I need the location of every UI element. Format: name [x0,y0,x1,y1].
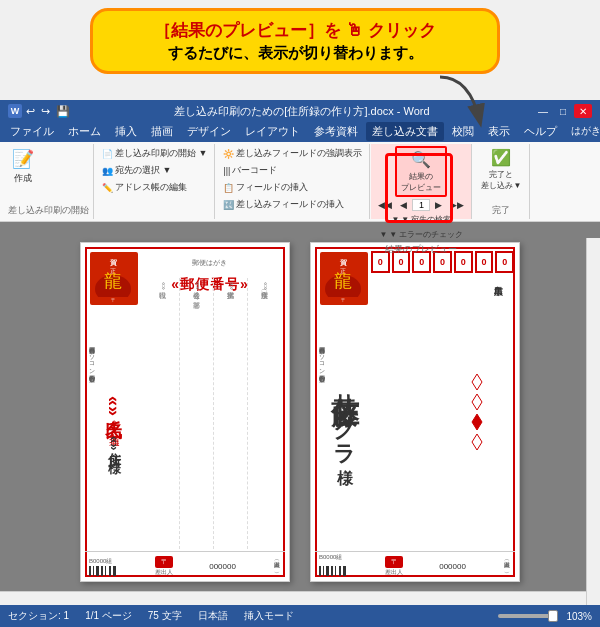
status-section: セクション: 1 [8,609,69,623]
menu-draw[interactable]: 描画 [145,122,179,141]
menu-insert[interactable]: 挿入 [109,122,143,141]
tooltip-icon: 🖱 [346,21,368,40]
menu-home[interactable]: ホーム [62,122,107,141]
horizontal-scrollbar[interactable] [0,591,586,605]
title-undo-icon[interactable]: ↩ [26,105,35,118]
status-zoom: 103% [566,611,592,622]
svg-marker-22 [472,374,482,390]
svg-rect-26 [319,566,321,576]
svg-rect-12 [105,566,106,576]
sender-text-left: 三重県四日市〇パソコン〇教室〇〇〇四日市 [84,343,98,549]
tooltip-prefix: ［結果のプレビュー］を [154,21,341,40]
title-redo-icon[interactable]: ↪ [41,105,50,118]
svg-rect-11 [101,566,103,576]
svg-rect-10 [96,566,99,576]
ribbon-group-create: 📝 作成 差し込み印刷の開始 [4,144,94,219]
svg-rect-31 [339,566,341,576]
svg-marker-23 [472,394,482,410]
tooltip-suffix: クリック [368,21,436,40]
title-bar: W ↩ ↪ 💾 差し込み印刷のための[住所録の作り方].docx - Word … [0,100,600,122]
edit-addr-button[interactable]: ✏️アドレス帳の編集 [99,180,190,195]
kana-field-left: «連名» [107,420,122,432]
ribbon-group-preview: 🔍 結果のプレビュー ◀◀ ◀ ▶ ▶▶ ▼▼ 宛先の検索 ▼▼ エラーのチェッ… [371,144,472,219]
addr-col-title: «役職» [146,278,179,549]
create-button[interactable]: 📝 作成 [8,146,38,187]
record-number-input[interactable] [412,199,430,211]
zoom-slider[interactable] [498,614,558,618]
menu-postcard[interactable]: はがき宛名印刷 [565,122,600,140]
svg-rect-14 [113,566,116,576]
status-words: 75 文字 [148,609,182,623]
svg-rect-28 [326,566,329,576]
vertical-scrollbar[interactable] [586,238,600,605]
status-bar: セクション: 1 1/1 ページ 75 文字 日本語 挿入モード 103% [0,605,600,627]
find-dest-button[interactable]: ▼▼ 宛先の検索 [388,213,454,226]
arrow-to-preview [430,72,490,132]
title-doc-name: 差し込み印刷のための[住所録の作り方].docx - Word [174,104,429,119]
svg-rect-29 [331,566,333,576]
preview-label: 結果のプレビュー [401,171,441,193]
check-errors-button[interactable]: ▼▼ エラーのチェック [376,228,466,241]
address-col-right: 広島県広島市 [487,275,509,549]
post-logo-right: 〒 [385,556,403,568]
svg-rect-9 [93,566,94,576]
highlight-field-button[interactable]: 🔆差し込みフィールドの強調表示 [220,146,365,161]
ribbon-group-finish: ✅ 完了と差し込み▼ 完了 [473,144,530,219]
close-button[interactable]: ✕ [574,104,592,118]
tooltip-bubble: ［結果のプレビュー］を 🖱 クリック するたびに、表示が切り替わります。 [90,8,500,74]
svg-text:龍: 龍 [104,271,122,291]
finish-group-label: 完了 [477,204,525,217]
prev-record-button[interactable]: ◀◀ [375,199,395,211]
preview-group-label: 結果のプレビュー [375,243,467,256]
ribbon-group-fields: 🔆差し込みフィールドの強調表示 |||バーコード 📋フィールドの挿入 🔣差し込み… [216,144,370,219]
svg-text:賀: 賀 [339,259,347,267]
barcode-button[interactable]: |||バーコード [220,163,280,178]
insert-field-button[interactable]: 📋フィールドの挿入 [220,180,311,195]
svg-rect-13 [109,566,111,576]
name-field-left: «氏名» [102,396,126,416]
start-merge-button[interactable]: 📄差し込み印刷の開始 ▼ [99,146,210,161]
menu-bar: ファイル ホーム 挿入 描画 デザイン レイアウト 参考資料 差し込み文書 校閲… [0,120,600,142]
zip-box-6: 0 [495,251,514,273]
document-area: 賀 正 龍 〒 郵便はがき «郵便番号» [0,222,600,605]
menu-help[interactable]: ヘルプ [518,122,563,141]
menu-layout[interactable]: レイアウト [239,122,306,141]
num-right: 000000 [439,562,466,571]
create-label: 作成 [14,172,32,185]
barcode-svg-left [89,566,119,576]
finish-button[interactable]: ✅ 完了と差し込み▼ [477,146,525,193]
preview-results-button[interactable]: 🔍 結果のプレビュー [395,146,447,197]
svg-marker-25 [472,434,482,450]
next-record-button[interactable]: ▶▶ [447,199,467,211]
zip-box-5: 0 [475,251,494,273]
barcode-svg-right [319,566,349,576]
word-app-icon: W [8,104,22,118]
menu-file[interactable]: ファイル [4,122,60,141]
addr-col-addr2: «拂拭文字» [213,278,247,549]
zip-text-left: 郵便はがき [192,258,227,268]
status-pages: 1/1 ページ [85,609,132,623]
ribbon-group-start: 📄差し込み印刷の開始 ▼ 👥宛先の選択 ▼ ✏️アドレス帳の編集 [95,144,215,219]
restore-button[interactable]: □ [554,104,572,118]
sender-area-left: B0000組 〒 [85,551,285,581]
diamonds-right [469,278,484,546]
insert-merge-field-button[interactable]: 🔣差し込みフィールドの挿入 [220,197,347,212]
name-kana-right: サクラ [329,378,359,453]
svg-rect-27 [323,566,324,576]
post-logo-left: 〒 [155,556,173,568]
prev-button[interactable]: ◀ [397,199,410,211]
title-save-icon[interactable]: 💾 [56,105,70,118]
select-dest-button[interactable]: 👥宛先の選択 ▼ [99,163,174,178]
barcode-left: B0000組 [89,557,119,566]
svg-rect-32 [343,566,346,576]
sender-area-right: B0000組 〒 [315,551,515,581]
next-button[interactable]: ▶ [432,199,445,211]
sender-text-right: 三重県四日市〇パソコン〇教室〇〇〇四日市 [314,343,328,549]
svg-marker-24 [472,414,482,430]
minimize-button[interactable]: — [534,104,552,118]
svg-rect-30 [335,566,336,576]
svg-rect-8 [89,566,91,576]
menu-ref[interactable]: 参考資料 [308,122,364,141]
menu-design[interactable]: デザイン [181,122,237,141]
status-language: 日本語 [198,609,228,623]
